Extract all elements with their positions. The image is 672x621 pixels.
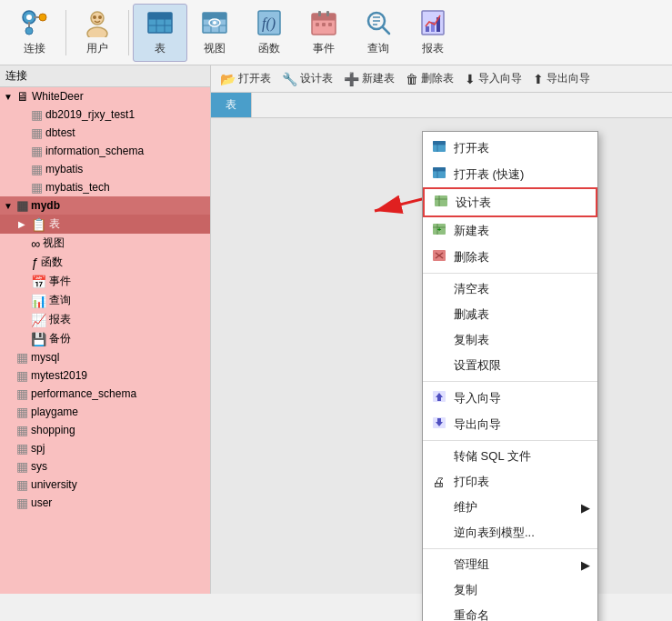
toolbar-user[interactable]: 用户 [70,4,125,62]
database-icon: ▦ [16,459,28,474]
database-icon: ▦ [31,162,43,176]
tree-item-mytest2019[interactable]: ▦ mytest2019 [0,366,210,385]
database-icon: ▦ [16,423,28,437]
svg-rect-51 [435,195,447,206]
toolbar-view[interactable]: 视图 [187,4,242,62]
menu-item-label: 删减表 [454,306,489,323]
menu-set-permissions[interactable]: 设置权限 [423,353,597,378]
tree-item-tables[interactable]: ▶ 📋 表 [0,215,210,234]
expand-arrow: ▼ [4,201,16,211]
tree-item-dbtest[interactable]: ▦ dbtest [0,124,210,142]
menu-item-label: 设置权限 [454,357,501,374]
tree-item-mydb[interactable]: ▼ ▦ mydb [0,196,210,215]
tree-item-reports[interactable]: 📈 报表 [0,310,210,329]
menu-item-label: 逆向表到模型... [454,525,535,541]
sidebar: 连接 ▼ 🖥 WhiteDeer ▦ db2019_rjxy_test1 ▦ d… [0,65,211,594]
connect-label: 连接 [24,41,45,56]
menu-print-table[interactable]: 🖨 打印表 [423,469,597,495]
menu-import-wizard[interactable]: 导入向导 [423,385,597,411]
tree-item-backup[interactable]: 💾 备份 [0,329,210,348]
tree-item-functions[interactable]: ƒ 函数 [0,253,210,272]
menu-delete-table[interactable]: 删除表 [423,244,597,270]
menu-manage-group[interactable]: 管理组 ▶ [423,552,597,577]
tree-item-mysql[interactable]: ▦ mysql [0,348,210,366]
menu-item-label: 清空表 [454,281,489,297]
tree-label: 备份 [49,331,71,346]
menu-rename[interactable]: 重命名 [423,603,597,621]
toolbar-event[interactable]: 事件 [296,4,351,62]
tree-item-shopping[interactable]: ▦ shopping [0,421,210,439]
tree-item-spj[interactable]: ▦ spj [0,439,210,457]
tree-label: university [31,478,77,491]
events-icon: 📅 [31,275,46,289]
tree-item-mybatis-tech[interactable]: ▦ mybatis_tech [0,178,210,196]
function-icon: f() [255,8,284,37]
menu-export-wizard[interactable]: 导出向导 [423,411,597,437]
tree-item-user[interactable]: ▦ user [0,494,210,512]
tree-item-university[interactable]: ▦ university [0,476,210,494]
tree-item-events[interactable]: 📅 事件 [0,272,210,291]
menu-clear-table[interactable]: 清空表 [423,276,597,302]
sub-delete-table[interactable]: 🗑 删除表 [400,69,459,88]
sub-export-wizard[interactable]: ⬆ 导出向导 [527,69,596,88]
menu-design-table[interactable]: 设计表 [423,187,597,217]
tree-label: 报表 [49,312,71,327]
svg-rect-48 [433,167,446,171]
database-icon: ▦ [31,144,43,158]
import-wizard-icon: ⬇ [465,72,476,86]
toolbar-table[interactable]: 表 [133,4,187,62]
sub-toolbar: 📂 打开表 🔧 设计表 ➕ 新建表 🗑 删除表 ⬇ 导入向导 ⬆ 导出向导 [211,65,672,93]
tree-item-views[interactable]: ∞ 视图 [0,234,210,253]
tree-item-db2019[interactable]: ▦ db2019_rjxy_test1 [0,105,210,124]
tree-label: mybatis [45,163,83,175]
menu-maintenance[interactable]: 维护 ▶ [423,495,597,520]
tab-label: 表 [226,97,236,113]
toolbar-report[interactable]: 报表 [406,4,460,62]
menu-copy-table[interactable]: 复制表 [423,327,597,353]
sub-import-wizard[interactable]: ⬇ 导入向导 [459,69,527,88]
menu-item-label: 转储 SQL 文件 [454,448,531,465]
database-icon: ▦ [16,441,28,456]
database-icon: ▦ [16,368,28,383]
content-area: 📂 打开表 🔧 设计表 ➕ 新建表 🗑 删除表 ⬇ 导入向导 ⬆ 导出向导 [211,65,672,594]
tree-item-sys[interactable]: ▦ sys [0,457,210,476]
tree-label: mydb [31,199,60,212]
import-wizard-menu-icon [432,389,448,406]
menu-item-label: 设计表 [456,195,491,211]
sub-open-table[interactable]: 📂 打开表 [215,69,276,88]
svg-point-8 [93,15,96,19]
menu-new-table[interactable]: + 新建表 [423,217,597,244]
table-icon: 📋 [31,217,46,232]
sub-design-table[interactable]: 🔧 设计表 [276,69,338,88]
tab-table[interactable]: 表 [211,93,252,117]
menu-open-table[interactable]: 打开表 [423,135,597,161]
menu-reverse-model[interactable]: 逆向表到模型... [423,520,597,546]
svg-rect-40 [426,26,429,32]
tree-item-playgame[interactable]: ▦ playgame [0,403,210,421]
tree-item-information-schema[interactable]: ▦ information_schema [0,142,210,160]
tree-label: user [31,496,52,509]
database-icon: ▦ [16,496,28,510]
toolbar-connect[interactable]: 连接 [7,4,62,62]
tree-item-performance-schema[interactable]: ▦ performance_schema [0,385,210,403]
sub-new-table[interactable]: ➕ 新建表 [338,69,400,88]
new-table-menu-icon: + [432,222,448,239]
export-wizard-icon: ⬆ [533,72,544,86]
menu-item-label: 导出向导 [454,416,501,433]
toolbar-function[interactable]: f() 函数 [242,4,296,62]
svg-rect-44 [433,141,446,145]
query-label: 查询 [367,41,389,56]
tree-item-mybatis[interactable]: ▦ mybatis [0,160,210,178]
toolbar-query[interactable]: 查询 [351,4,406,62]
report-label: 报表 [422,41,444,56]
tree-label: mysql [31,351,59,364]
tree-item-whitedeer[interactable]: ▼ 🖥 WhiteDeer [0,87,210,105]
tree-item-queries[interactable]: 📊 查询 [0,291,210,310]
menu-copy[interactable]: 复制 [423,577,597,603]
menu-transfer-sql[interactable]: 转储 SQL 文件 [423,444,597,469]
menu-open-table-fast[interactable]: 打开表 (快速) [423,161,597,187]
svg-text:+: + [437,225,442,234]
design-table-menu-icon [434,194,450,211]
menu-truncate-table[interactable]: 删减表 [423,302,597,327]
menu-divider-1 [423,273,597,274]
